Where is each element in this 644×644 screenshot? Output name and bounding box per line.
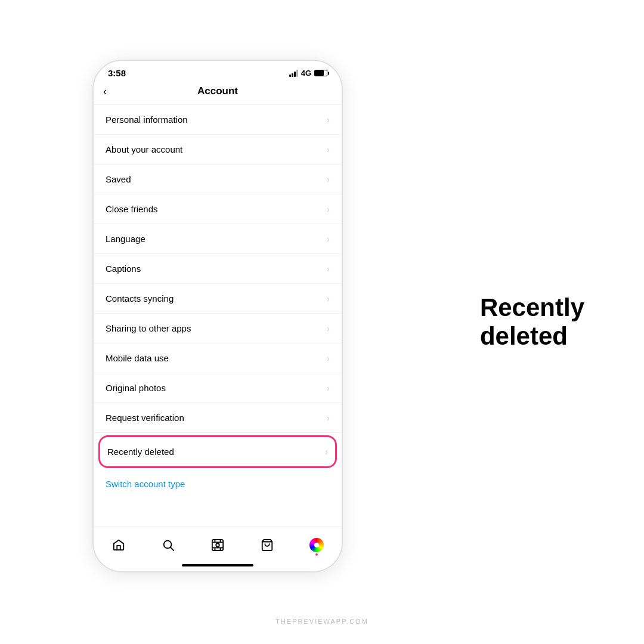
header-title: Account (197, 85, 238, 97)
menu-item-sharing-to-other-apps[interactable]: Sharing to other apps › (94, 314, 342, 343)
menu-item-label: Close friends (106, 204, 158, 214)
annotation-line1: Recently (480, 293, 584, 322)
menu-item-saved[interactable]: Saved › (94, 165, 342, 194)
menu-item-original-photos[interactable]: Original photos › (94, 373, 342, 403)
profile-nav-dot (315, 553, 318, 556)
chevron-right-icon: › (327, 354, 330, 363)
menu-list: Personal information › About your accoun… (94, 105, 342, 527)
chevron-right-icon: › (327, 264, 330, 274)
svg-point-3 (216, 543, 219, 547)
menu-item-label: Request verification (106, 413, 184, 423)
chevron-right-icon: › (327, 324, 330, 333)
menu-item-label: Saved (106, 174, 131, 184)
menu-item-about-your-account[interactable]: About your account › (94, 135, 342, 165)
switch-account-section: Switch account type (94, 470, 342, 498)
menu-item-recently-deleted[interactable]: Recently deleted › (98, 435, 337, 468)
menu-item-captions[interactable]: Captions › (94, 254, 342, 284)
chevron-right-icon: › (327, 175, 330, 184)
menu-item-mobile-data-use[interactable]: Mobile data use › (94, 343, 342, 373)
canvas: 3:58 4G ‹ Account Pers (0, 0, 644, 644)
status-bar: 3:58 4G (94, 61, 342, 80)
svg-rect-2 (212, 540, 223, 550)
phone-frame: 3:58 4G ‹ Account Pers (92, 60, 343, 572)
watermark: THEPREVIEWAPP.COM (275, 618, 369, 625)
menu-item-request-verification[interactable]: Request verification › (94, 403, 342, 433)
menu-item-personal-information[interactable]: Personal information › (94, 105, 342, 135)
battery-icon (314, 70, 327, 76)
chevron-right-icon: › (327, 115, 330, 125)
chevron-right-icon: › (325, 447, 328, 457)
menu-item-label: Sharing to other apps (106, 323, 191, 333)
switch-account-button[interactable]: Switch account type (106, 479, 185, 489)
chevron-right-icon: › (327, 294, 330, 304)
home-indicator (182, 564, 253, 566)
nav-profile[interactable] (305, 533, 329, 557)
menu-item-label: Contacts syncing (106, 293, 174, 304)
chevron-right-icon: › (327, 383, 330, 393)
app-header: ‹ Account (94, 80, 342, 105)
annotation-line2: deleted (480, 322, 584, 351)
nav-shop[interactable] (255, 533, 279, 557)
menu-item-label: Personal information (106, 114, 188, 125)
svg-line-1 (171, 547, 174, 550)
menu-item-label: Recently deleted (107, 447, 174, 457)
status-icons: 4G (289, 69, 327, 78)
menu-item-label: Captions (106, 264, 141, 274)
nav-home[interactable] (107, 533, 131, 557)
menu-item-label: Language (106, 234, 145, 244)
menu-item-label: About your account (106, 144, 182, 154)
nav-reels[interactable] (206, 533, 230, 557)
chevron-right-icon: › (327, 145, 330, 154)
nav-search[interactable] (156, 533, 180, 557)
menu-item-contacts-syncing[interactable]: Contacts syncing › (94, 284, 342, 314)
back-button[interactable]: ‹ (103, 85, 107, 98)
chevron-right-icon: › (327, 234, 330, 244)
color-wheel-icon (309, 538, 324, 552)
menu-item-label: Mobile data use (106, 353, 169, 363)
status-time: 3:58 (108, 68, 126, 78)
menu-item-close-friends[interactable]: Close friends › (94, 194, 342, 224)
menu-item-label: Original photos (106, 383, 166, 393)
network-label: 4G (301, 69, 311, 78)
bottom-nav (94, 527, 342, 561)
chevron-right-icon: › (327, 413, 330, 423)
chevron-right-icon: › (327, 205, 330, 214)
annotation-text: Recently deleted (480, 293, 584, 351)
phone-inner: 3:58 4G ‹ Account Pers (94, 61, 342, 571)
menu-item-language[interactable]: Language › (94, 224, 342, 254)
signal-bars-icon (289, 70, 298, 77)
